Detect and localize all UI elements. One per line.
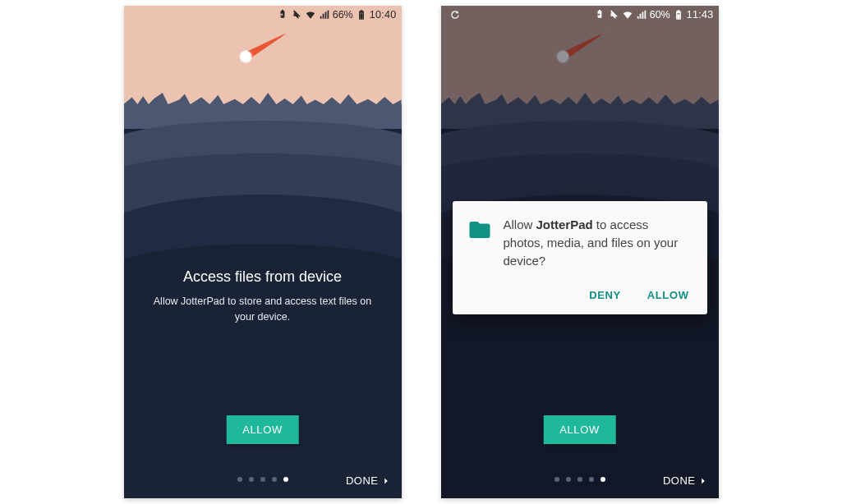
page-dot[interactable] xyxy=(554,477,559,482)
signal-icon xyxy=(319,9,330,21)
battery-saver-icon xyxy=(594,9,605,21)
page-dot[interactable] xyxy=(577,477,582,482)
page-dot[interactable] xyxy=(589,477,594,482)
onboarding-subtitle: Allow JotterPad to store and access text… xyxy=(145,294,380,325)
status-bar: 60% 11:43 xyxy=(441,6,719,24)
permission-message: Allow JotterPad to access photos, media,… xyxy=(504,216,692,269)
clock: 11:43 xyxy=(687,9,714,21)
folder-icon xyxy=(467,218,492,242)
battery-percent: 66% xyxy=(333,9,353,21)
svg-rect-1 xyxy=(677,14,680,18)
done-button[interactable]: DONE xyxy=(663,474,709,487)
permission-dialog: Allow JotterPad to access photos, media,… xyxy=(453,201,707,314)
sync-icon xyxy=(449,9,461,21)
page-dot[interactable] xyxy=(260,477,265,482)
onboarding-content: Access files from device Allow JotterPad… xyxy=(124,268,402,325)
page-dot-active[interactable] xyxy=(283,477,288,482)
page-dot[interactable] xyxy=(566,477,571,482)
screenshot-right: 60% 11:43 ALLOW DONE Allow JotterPad to … xyxy=(441,6,719,498)
battery-saver-icon xyxy=(277,9,288,21)
allow-button[interactable]: ALLOW xyxy=(226,415,299,444)
wifi-icon xyxy=(305,9,316,21)
status-bar: 66% 10:40 xyxy=(124,6,402,24)
page-indicator xyxy=(237,477,288,482)
done-button[interactable]: DONE xyxy=(346,474,392,487)
svg-rect-0 xyxy=(360,13,363,18)
allow-button[interactable]: ALLOW xyxy=(543,415,616,444)
battery-icon xyxy=(356,9,367,21)
done-label: DONE xyxy=(663,474,696,487)
page-dot[interactable] xyxy=(237,477,242,482)
mute-icon xyxy=(608,9,619,21)
done-label: DONE xyxy=(346,474,379,487)
battery-percent: 60% xyxy=(650,9,670,21)
wifi-icon xyxy=(622,9,633,21)
deny-button[interactable]: DENY xyxy=(586,282,624,308)
page-dot-active[interactable] xyxy=(600,477,605,482)
onboarding-title: Access files from device xyxy=(145,268,380,286)
page-indicator xyxy=(554,477,605,482)
signal-icon xyxy=(636,9,647,21)
chevron-right-icon xyxy=(697,475,709,487)
chevron-right-icon xyxy=(380,475,392,487)
screenshot-left: 66% 10:40 Access files from device Allow… xyxy=(124,6,402,498)
page-dot[interactable] xyxy=(249,477,254,482)
clock: 10:40 xyxy=(370,9,397,21)
page-dot[interactable] xyxy=(272,477,277,482)
allow-permission-button[interactable]: ALLOW xyxy=(644,282,692,308)
mute-icon xyxy=(291,9,302,21)
battery-icon xyxy=(673,9,684,21)
